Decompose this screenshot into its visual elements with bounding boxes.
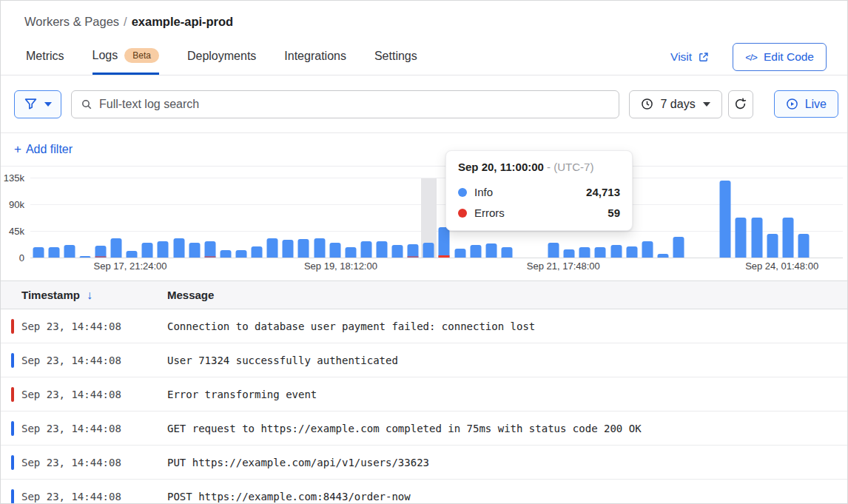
edit-code-button[interactable]: </> Edit Code	[733, 43, 827, 71]
info-bar	[48, 247, 59, 258]
chart-bar-slot[interactable]	[795, 178, 811, 258]
chart-bar-slot[interactable]	[406, 178, 421, 258]
severity-marker	[11, 353, 14, 368]
chart-bar-slot[interactable]	[811, 178, 827, 258]
table-row[interactable]: Sep 23, 14:44:08 Connection to database …	[1, 309, 847, 343]
info-bar	[548, 243, 559, 258]
chart-bar-slot[interactable]	[233, 178, 249, 258]
chart-bar-slot[interactable]	[186, 178, 202, 258]
table-row[interactable]: Sep 23, 14:44:08 PUT https://example.com…	[1, 446, 847, 480]
tooltip-series-value: 59	[608, 206, 620, 219]
sort-descending-icon[interactable]: ↓	[87, 289, 92, 302]
table-header: Timestamp ↓ Message	[1, 281, 847, 309]
refresh-button[interactable]	[728, 90, 753, 118]
chart-bar-slot[interactable]	[687, 178, 702, 258]
chart-bar-slot[interactable]	[77, 178, 92, 258]
chart-bar-slot[interactable]	[265, 178, 280, 258]
tab-deployments[interactable]: Deployments	[187, 50, 256, 75]
chart-bar-slot[interactable]	[155, 178, 171, 258]
errors-dot-icon	[458, 209, 467, 218]
tooltip-series-row: Errors59	[458, 206, 620, 219]
chart-bar-slot[interactable]	[249, 178, 265, 258]
time-range-dropdown[interactable]: 7 days	[629, 90, 722, 118]
table-row[interactable]: Sep 23, 14:44:08 POST https://example.co…	[1, 480, 847, 504]
x-tick-label: Sep 19, 18:12:00	[304, 261, 377, 272]
chart-bar-slot[interactable]	[61, 178, 77, 258]
info-bar	[610, 245, 622, 258]
chart-bar-slot[interactable]	[702, 178, 718, 258]
chart-bar-slot[interactable]	[639, 178, 655, 258]
info-bar	[329, 243, 340, 258]
chart-bar-slot[interactable]	[109, 178, 124, 258]
chart-bar-slot[interactable]	[390, 178, 406, 258]
table-row[interactable]: Sep 23, 14:44:08 GET request to https://…	[1, 411, 847, 446]
chart-bar-slot[interactable]	[374, 178, 389, 258]
chart-bar-slot[interactable]	[718, 178, 733, 258]
chart-bar-slot[interactable]	[655, 178, 670, 258]
column-header-timestamp[interactable]: Timestamp ↓	[1, 289, 167, 302]
filter-dropdown-button[interactable]	[14, 90, 61, 118]
visit-label: Visit	[670, 50, 692, 64]
chart-bar-slot[interactable]	[312, 178, 327, 258]
app-header: Workers & Pages/example-api-prod Metrics…	[1, 1, 847, 75]
chart-bar-slot[interactable]	[92, 178, 108, 258]
chart-bar-slot[interactable]	[749, 178, 764, 258]
chart-bar-slot[interactable]	[358, 178, 374, 258]
tabs: MetricsLogsBetaDeploymentsIntegrationsSe…	[26, 48, 417, 75]
table-row[interactable]: Sep 23, 14:44:08 User 71324 successfully…	[1, 343, 847, 377]
info-bar	[720, 181, 731, 258]
chart-bar-slot[interactable]	[30, 178, 46, 258]
chart-bar-slot[interactable]	[827, 178, 843, 258]
x-axis-line	[30, 258, 843, 258]
info-bar	[642, 241, 653, 258]
chart-bar-slot[interactable]	[202, 178, 218, 258]
chart-bar-slot[interactable]	[780, 178, 795, 258]
visit-link[interactable]: Visit	[670, 50, 709, 64]
row-message: PUT https://example.com/api/v1/users/336…	[167, 457, 847, 468]
row-message: Error transforming event	[167, 389, 847, 400]
chart-bar-slot[interactable]	[280, 178, 296, 258]
chart-bar-slot[interactable]	[124, 178, 140, 258]
info-bar	[564, 249, 575, 258]
add-filter-label: Add filter	[26, 143, 73, 156]
errors-bar-segment	[408, 256, 419, 258]
info-bar	[798, 234, 809, 258]
info-bar	[127, 251, 138, 258]
search-input[interactable]	[99, 98, 610, 111]
add-filter-button[interactable]: + Add filter	[14, 142, 73, 157]
chart-bar-slot[interactable]	[764, 178, 780, 258]
chart-plot-area: Sep 17, 21:24:00Sep 19, 18:12:00Sep 21, …	[30, 178, 843, 258]
info-bar	[657, 254, 668, 258]
chart-bar-slot[interactable]	[327, 178, 343, 258]
log-table: Timestamp ↓ Message Sep 23, 14:44:08 Con…	[1, 280, 847, 504]
log-rows: Sep 23, 14:44:08 Connection to database …	[1, 309, 847, 504]
live-button[interactable]: Live	[774, 90, 838, 118]
chart-bar-slot[interactable]	[733, 178, 749, 258]
tab-logs[interactable]: LogsBeta	[92, 48, 159, 75]
chart-bar-slot[interactable]	[296, 178, 312, 258]
tab-settings[interactable]: Settings	[374, 50, 417, 75]
chart-bar-slot[interactable]	[218, 178, 233, 258]
code-icon: </>	[745, 52, 757, 63]
search-box[interactable]	[71, 90, 619, 118]
chart-bar-slot[interactable]	[670, 178, 686, 258]
breadcrumb-separator: /	[124, 15, 127, 28]
chart-bar-slot[interactable]	[46, 178, 61, 258]
tab-label: Metrics	[26, 50, 64, 63]
info-bar	[142, 243, 153, 258]
severity-marker	[11, 489, 14, 504]
row-timestamp: Sep 23, 14:44:08	[1, 320, 167, 332]
column-header-message[interactable]: Message	[167, 289, 847, 301]
tab-label: Deployments	[187, 50, 256, 63]
tab-integrations[interactable]: Integrations	[284, 50, 346, 75]
table-row[interactable]: Sep 23, 14:44:08 Error transforming even…	[1, 377, 847, 411]
x-tick-label: Sep 21, 17:48:00	[527, 261, 600, 272]
chart-bar-slot[interactable]	[421, 178, 437, 258]
refresh-icon	[734, 98, 747, 110]
log-volume-chart[interactable]: 135k90k45k0 Sep 17, 21:24:00Sep 19, 18:1…	[1, 167, 847, 280]
breadcrumb-parent[interactable]: Workers & Pages	[24, 15, 119, 28]
chart-bar-slot[interactable]	[343, 178, 358, 258]
chart-bar-slot[interactable]	[171, 178, 186, 258]
tab-metrics[interactable]: Metrics	[26, 50, 64, 75]
chart-bar-slot[interactable]	[140, 178, 155, 258]
